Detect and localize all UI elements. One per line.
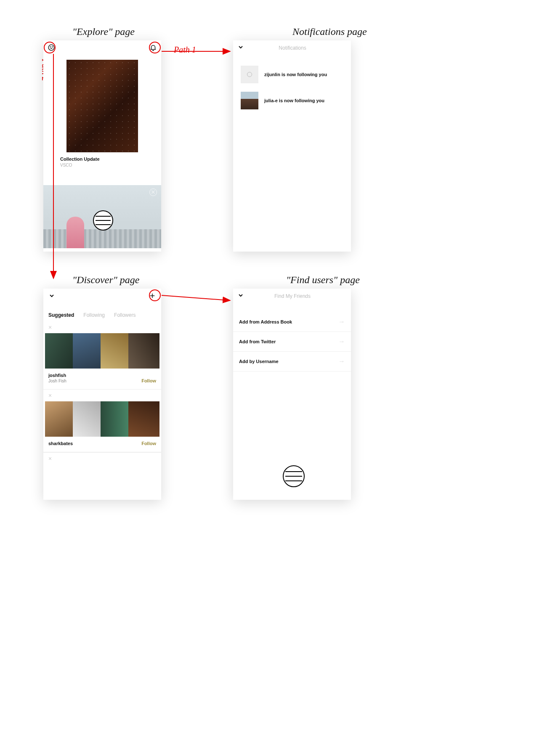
screen-explore: Collection Update VSCO	[43, 40, 161, 252]
notifications-title: Notifications	[244, 45, 341, 51]
label-notifications: Notifications page	[292, 26, 367, 37]
flow-diagram: "Explore" page Notifications page "Disco…	[0, 0, 558, 756]
label-path1: Path 1	[174, 45, 196, 55]
notification-item[interactable]: zijunlin is now following you	[233, 61, 351, 88]
user-collage[interactable]	[43, 333, 161, 369]
featured-image[interactable]	[66, 60, 138, 152]
avatar-placeholder	[241, 66, 258, 83]
avatar-image	[241, 92, 258, 109]
notification-text: julia-e is now following you	[264, 98, 324, 103]
find-option-row[interactable]: Add from Address Book →	[233, 312, 351, 332]
label-discover: "Discover" page	[72, 274, 139, 286]
follow-button[interactable]: Follow	[141, 378, 156, 383]
follow-button[interactable]: Follow	[141, 441, 156, 446]
dismiss-icon[interactable]	[149, 188, 157, 196]
discover-tabs: Suggested Following Followers	[43, 305, 161, 321]
username: joshfish	[48, 373, 66, 378]
arrow-right-icon: →	[338, 338, 345, 345]
tab-followers[interactable]: Followers	[114, 312, 136, 318]
find-option-label: Add by Username	[239, 359, 279, 364]
secondary-card[interactable]	[43, 185, 161, 248]
find-option-row[interactable]: Add from Twitter →	[233, 332, 351, 352]
screen-notifications: Notifications zijunlin is now following …	[233, 40, 351, 252]
dismiss-suggestion-icon[interactable]: ×	[43, 321, 161, 333]
find-option-label: Add from Twitter	[239, 339, 276, 344]
highlight-plus-icon	[149, 289, 161, 301]
find-option-label: Add from Address Book	[239, 319, 292, 324]
vsco-logo-icon	[93, 210, 113, 231]
screen-discover: Suggested Following Followers × joshfish…	[43, 289, 161, 500]
suggested-user-row[interactable]: joshfish Josh Fish Follow	[43, 369, 161, 390]
username: sharkbates	[48, 441, 73, 446]
highlight-face-icon	[44, 42, 56, 53]
highlight-bell-icon	[149, 42, 161, 53]
notification-text: zijunlin is now following you	[264, 72, 327, 77]
arrow-plus-to-find	[162, 295, 229, 300]
dismiss-suggestion-icon[interactable]: ×	[43, 390, 161, 401]
find-title: Find My Friends	[244, 293, 341, 299]
card-title: Collection Update	[60, 157, 144, 162]
tab-suggested[interactable]: Suggested	[48, 312, 74, 318]
vsco-logo-icon	[283, 465, 305, 487]
screen-find-users: Find My Friends Add from Address Book → …	[233, 289, 351, 500]
find-option-row[interactable]: Add by Username →	[233, 352, 351, 371]
label-explore: "Explore" page	[72, 26, 135, 37]
dismiss-suggestion-icon[interactable]: ×	[43, 452, 161, 464]
suggested-user-row[interactable]: sharkbates Follow	[43, 437, 161, 452]
chevron-down-icon[interactable]	[237, 44, 244, 52]
user-collage[interactable]	[43, 401, 161, 437]
chevron-down-icon[interactable]	[48, 292, 55, 301]
arrow-right-icon: →	[338, 358, 345, 365]
card-subtitle: VSCO	[60, 163, 144, 167]
realname: Josh Fish	[48, 379, 66, 383]
notification-item[interactable]: julia-e is now following you	[233, 88, 351, 114]
arrow-right-icon: →	[338, 318, 345, 326]
chevron-down-icon[interactable]	[237, 292, 244, 300]
label-findusers: "Find users" page	[286, 274, 360, 286]
tab-following[interactable]: Following	[83, 312, 105, 318]
